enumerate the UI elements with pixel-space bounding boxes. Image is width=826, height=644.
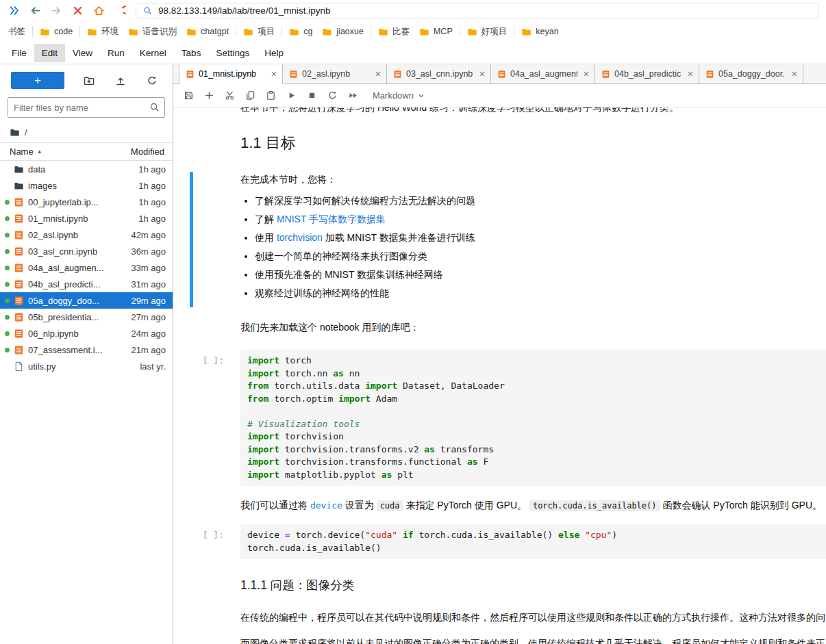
run-button[interactable] <box>282 87 301 105</box>
file-row[interactable]: 01_mnist.ipynb1h ago <box>0 210 173 227</box>
bookmark-item[interactable]: 环境 <box>82 24 123 40</box>
file-row[interactable]: data1h ago <box>0 161 173 177</box>
upload-icon <box>115 75 126 86</box>
code-cell-imports[interactable]: [ ]: import torchimport torch.nn as nnfr… <box>173 350 826 486</box>
tab-03_asl_cnnipynb[interactable]: 03_asl_cnn.ipynb× <box>387 64 491 83</box>
tab-01_mnistipynb[interactable]: 01_mnist.ipynb× <box>179 64 283 84</box>
markdown-link[interactable]: MNIST 手写体数字数据集 <box>277 214 386 224</box>
bookmark-item[interactable]: 比赛 <box>373 24 414 40</box>
bookmark-item[interactable]: MCP <box>414 25 458 39</box>
menu-view[interactable]: View <box>65 44 100 62</box>
menu-settings[interactable]: Settings <box>208 44 257 62</box>
bookmark-label: keyan <box>536 27 558 36</box>
file-row[interactable]: images1h ago <box>0 177 173 194</box>
tab-02_aslipynb[interactable]: 02_asl.ipynb× <box>283 64 387 83</box>
file-row[interactable]: 05a_doggy_doo...29m ago <box>0 292 173 309</box>
restart-button[interactable] <box>323 87 342 105</box>
menu-kernel[interactable]: Kernel <box>132 44 174 62</box>
bullet-item: 创建一个简单的神经网络来执行图像分类 <box>255 250 826 263</box>
column-header-name[interactable]: Name ▲ <box>10 146 42 157</box>
fast-forward-button[interactable] <box>344 87 362 105</box>
menu-file[interactable]: File <box>4 44 34 62</box>
code-line: torch.cuda.is_available() <box>247 542 819 555</box>
file-row[interactable]: 04b_asl_predicti...31m ago <box>0 276 173 292</box>
breadcrumb[interactable]: / <box>0 120 173 142</box>
file-row[interactable]: 02_asl.ipynb42m ago <box>0 227 173 243</box>
upload-button[interactable] <box>115 75 126 86</box>
file-modified: 29m ago <box>131 296 166 306</box>
file-row[interactable]: 07_assessment.i...21m ago <box>0 342 173 358</box>
code-cell-device[interactable]: [ ]: device = torch.device("cuda" if tor… <box>173 524 826 559</box>
tab-close-button[interactable]: × <box>477 69 487 79</box>
file-modified: 33m ago <box>131 263 166 273</box>
file-row[interactable]: 00_jupyterlab.ip...1h ago <box>0 194 173 210</box>
tab-label: 02_asl.ipynb <box>302 69 369 79</box>
back-icon[interactable] <box>29 5 41 16</box>
bookmark-item[interactable]: 项目 <box>238 24 279 40</box>
file-modified: 36m ago <box>131 246 166 257</box>
close-icon[interactable] <box>72 5 84 16</box>
filter-files-input[interactable] <box>8 97 165 118</box>
stop-button[interactable] <box>303 87 321 105</box>
sort-ascending-icon: ▲ <box>37 149 42 155</box>
heading-goal: 1.1 目标 <box>240 133 826 153</box>
save-button[interactable] <box>179 87 198 105</box>
cell-type-dropdown[interactable]: Markdown <box>373 90 425 101</box>
code-editor[interactable]: device = torch.device("cuda" if torch.cu… <box>240 524 826 559</box>
code-line: # Visualization tools <box>247 418 819 431</box>
address-bar[interactable]: 98.82.133.149/lab/lab/tree/01_mnist.ipyn… <box>136 3 819 18</box>
folder-icon <box>521 27 531 37</box>
tab-close-button[interactable]: × <box>269 69 279 79</box>
menu-tabs[interactable]: Tabs <box>174 44 209 62</box>
file-row[interactable]: utils.pylast yr. <box>0 358 173 374</box>
bookmark-item[interactable]: chatgpt <box>182 25 234 39</box>
file-row[interactable]: 03_asl_cnn.ipynb36m ago <box>0 243 173 259</box>
bookmark-item[interactable]: 书签 <box>3 24 30 40</box>
tab-close-button[interactable]: × <box>581 69 591 79</box>
file-name: 03_asl_cnn.ipynb <box>28 246 127 257</box>
file-row[interactable]: 05b_presidentia...27m ago <box>0 309 173 325</box>
problem-paragraph-1: 在传统的编程中，程序员可以在其代码中说明规则和条件，然后程序可以使用这些规则和条… <box>240 612 826 624</box>
paste-button[interactable] <box>262 87 280 105</box>
file-icon <box>14 361 24 372</box>
bookmark-item[interactable]: 好项目 <box>462 24 512 40</box>
home-icon[interactable] <box>93 5 105 16</box>
tab-04a_asl_augment[interactable]: 04a_asl_augment× <box>491 64 595 83</box>
tab-close-button[interactable]: × <box>373 69 383 79</box>
copy-button[interactable] <box>241 87 260 105</box>
open-indicator-dot <box>5 249 10 254</box>
column-header-modified[interactable]: Modified <box>131 146 164 157</box>
code-line: import torchvision.transforms.v2 as tran… <box>247 443 819 456</box>
bookmark-item[interactable]: jiaoxue <box>317 25 368 39</box>
refresh-button[interactable] <box>147 75 158 86</box>
tab-04b_asl_predictic[interactable]: 04b_asl_predictic× <box>595 64 699 83</box>
tab-close-button[interactable]: × <box>686 69 695 79</box>
selected-markdown-cell[interactable]: 在完成本节时，您将： 了解深度学习如何解决传统编程方法无法解决的问题了解 MNI… <box>173 172 826 307</box>
open-indicator-dot <box>5 266 10 270</box>
new-launcher-button[interactable]: + <box>11 72 64 89</box>
bookmark-item[interactable]: keyan <box>516 25 563 39</box>
notebook-document[interactable]: 在本节中，您将进行深度学习的 Hello World 练习：训练深度学习模型以正… <box>173 107 826 644</box>
cut-button[interactable] <box>221 87 239 105</box>
tab-close-button[interactable]: × <box>790 69 799 79</box>
file-row[interactable]: 06_nlp.ipynb24m ago <box>0 325 173 342</box>
notebook-icon <box>289 70 298 79</box>
file-row[interactable]: 04a_asl_augmen...33m ago <box>0 259 173 276</box>
bookmark-item[interactable]: 语音识别 <box>123 24 182 40</box>
inline-code-link[interactable]: device <box>310 500 342 511</box>
code-editor[interactable]: import torchimport torch.nn as nnfrom to… <box>240 350 826 486</box>
markdown-link[interactable]: torchvision <box>277 232 323 243</box>
bookmark-item[interactable]: cg <box>284 25 317 39</box>
code-line: import matplotlib.pyplot as plt <box>247 469 819 482</box>
new-folder-button[interactable] <box>84 75 95 86</box>
forward-icon[interactable] <box>51 5 62 16</box>
double-chevron-icon[interactable] <box>8 5 20 16</box>
menu-edit[interactable]: Edit <box>34 44 65 62</box>
text-run: 使用预先准备的 MNIST 数据集训练神经网络 <box>255 269 443 280</box>
tab-05a_doggy_door[interactable]: 05a_doggy_door.× <box>699 64 803 83</box>
bookmark-item[interactable]: code <box>35 25 77 39</box>
menu-help[interactable]: Help <box>257 44 291 62</box>
add-button[interactable] <box>200 87 218 105</box>
menu-run[interactable]: Run <box>100 44 132 62</box>
undo-icon[interactable] <box>114 5 126 16</box>
